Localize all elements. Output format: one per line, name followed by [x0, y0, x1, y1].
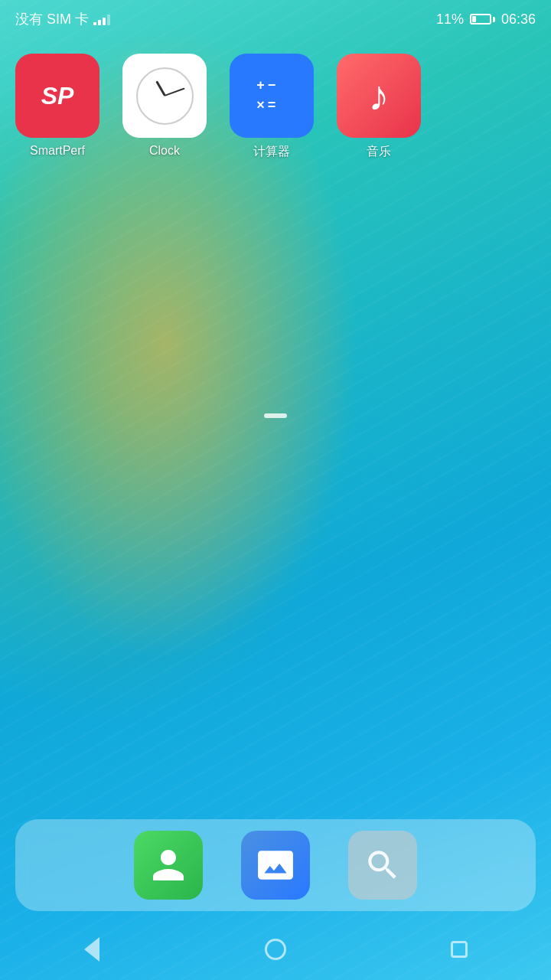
clock-time: 06:36 — [501, 11, 536, 28]
calculator-icon: + − × = — [230, 54, 314, 138]
clock-minute-hand — [165, 87, 185, 96]
dock — [15, 819, 536, 911]
calculator-label: 计算器 — [253, 144, 290, 160]
back-button[interactable] — [73, 930, 111, 969]
clock-label: Clock — [149, 144, 180, 158]
home-icon — [265, 939, 286, 960]
battery-percent: 11% — [436, 11, 464, 28]
calc-grid: + − × = — [250, 71, 293, 119]
status-left: 没有 SIM 卡 — [15, 10, 110, 28]
music-label: 音乐 — [367, 144, 391, 160]
sim-label: 没有 SIM 卡 — [15, 10, 89, 28]
clock-icon — [122, 54, 207, 138]
app-grid: SP SmartPerf Clock + − × = 计算器 — [15, 54, 421, 160]
dock-item-contacts[interactable] — [134, 831, 203, 900]
music-note-icon: ♪ — [368, 71, 390, 120]
signal-icon — [93, 13, 110, 25]
smartperf-icon: SP — [15, 54, 99, 138]
search-icon — [364, 846, 402, 884]
battery-icon — [470, 14, 495, 24]
back-icon — [84, 937, 99, 962]
home-button[interactable] — [256, 930, 295, 969]
sp-text: SP — [41, 82, 74, 110]
dock-item-search[interactable] — [348, 831, 417, 900]
contacts-icon — [149, 846, 187, 884]
photos-icon — [256, 846, 295, 884]
recents-icon — [451, 941, 468, 958]
smartperf-label: SmartPerf — [30, 144, 85, 158]
status-right: 11% 06:36 — [436, 11, 536, 28]
app-item-calculator[interactable]: + − × = 计算器 — [230, 54, 314, 160]
clock-face — [136, 67, 194, 125]
dock-item-photos[interactable] — [241, 831, 310, 900]
app-item-clock[interactable]: Clock — [122, 54, 207, 160]
app-item-smartperf[interactable]: SP SmartPerf — [15, 54, 99, 160]
recents-button[interactable] — [440, 930, 478, 969]
page-indicator — [264, 413, 287, 418]
nav-bar — [0, 919, 551, 980]
status-bar: 没有 SIM 卡 11% 06:36 — [0, 0, 551, 38]
music-icon: ♪ — [337, 54, 421, 138]
clock-hour-hand — [155, 80, 166, 96]
app-item-music[interactable]: ♪ 音乐 — [337, 54, 421, 160]
